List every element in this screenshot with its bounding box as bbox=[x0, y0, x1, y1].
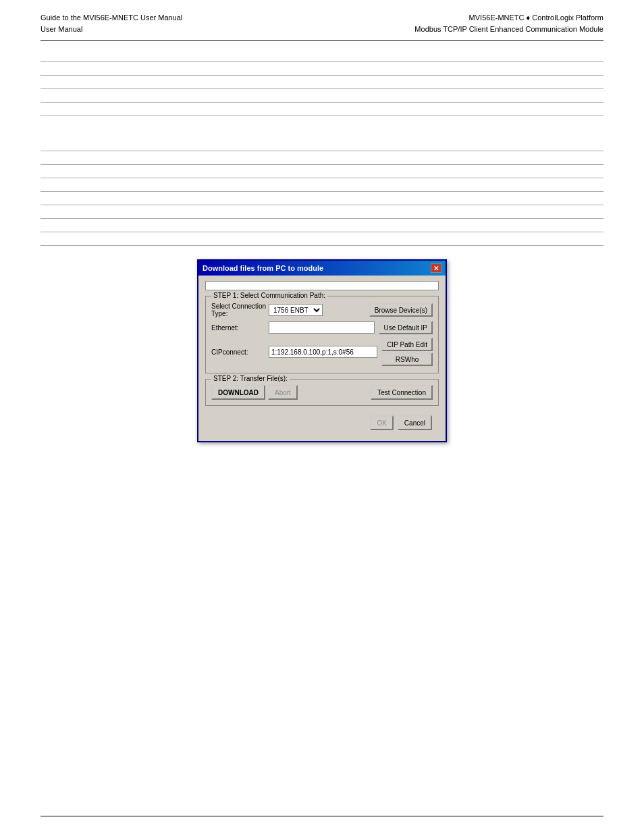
text-line bbox=[41, 155, 603, 165]
text-line bbox=[41, 182, 603, 192]
text-line bbox=[41, 223, 603, 232]
connection-type-select[interactable]: 1756 ENBT bbox=[269, 304, 323, 316]
use-default-ip-button[interactable]: Use Default IP bbox=[379, 321, 433, 334]
text-line bbox=[41, 196, 603, 205]
page-header: Guide to the MVI56E-MNETC User Manual Us… bbox=[0, 0, 644, 40]
text-line bbox=[41, 236, 603, 246]
header-right-line1: MVI56E-MNETC ♦ ControlLogix Platform bbox=[414, 12, 603, 24]
ethernet-row: Ethernet: Use Default IP bbox=[211, 321, 433, 334]
header-left-line2: User Manual bbox=[41, 24, 182, 35]
text-line bbox=[41, 80, 603, 89]
text-block-1 bbox=[41, 53, 603, 116]
step2-legend: STEP 2: Transfer File(s): bbox=[211, 375, 290, 382]
text-block-2 bbox=[41, 142, 603, 246]
step1-legend: STEP 1: Select Communication Path: bbox=[211, 292, 327, 299]
cipconnect-input[interactable] bbox=[269, 346, 377, 358]
test-connection-button[interactable]: Test Connection bbox=[371, 385, 433, 400]
cipconnect-row: CIPconnect: CIP Path Edit RSWho bbox=[211, 338, 433, 366]
rswho-button[interactable]: RSWho bbox=[381, 353, 433, 366]
text-line bbox=[41, 53, 603, 62]
progress-bar bbox=[205, 281, 439, 290]
page-footer bbox=[41, 816, 603, 820]
connection-type-label: Select Connection Type: bbox=[211, 303, 269, 317]
dialog-close-button[interactable]: ✕ bbox=[431, 263, 441, 273]
header-left: Guide to the MVI56E-MNETC User Manual Us… bbox=[41, 12, 182, 34]
header-right: MVI56E-MNETC ♦ ControlLogix Platform Mod… bbox=[414, 12, 603, 34]
dialog-title: Download files from PC to module bbox=[203, 264, 323, 272]
download-dialog: Download files from PC to module ✕ STEP … bbox=[197, 259, 447, 442]
header-left-line1: Guide to the MVI56E-MNETC User Manual bbox=[41, 12, 182, 24]
cancel-button[interactable]: Cancel bbox=[398, 415, 432, 430]
ok-button[interactable]: OK bbox=[370, 415, 393, 430]
download-button[interactable]: DOWNLOAD bbox=[211, 385, 265, 400]
dialog-container: Download files from PC to module ✕ STEP … bbox=[41, 259, 603, 442]
text-line bbox=[41, 209, 603, 219]
text-line bbox=[41, 169, 603, 178]
dialog-body: STEP 1: Select Communication Path: Selec… bbox=[198, 276, 446, 441]
ethernet-label: Ethernet: bbox=[211, 324, 269, 332]
ethernet-input[interactable] bbox=[269, 321, 375, 334]
header-right-line2: Modbus TCP/IP Client Enhanced Communicat… bbox=[414, 24, 603, 35]
dialog-footer: OK Cancel bbox=[205, 411, 439, 436]
content-area: Download files from PC to module ✕ STEP … bbox=[0, 41, 644, 442]
text-line bbox=[41, 66, 603, 76]
text-line bbox=[41, 93, 603, 103]
step2-group: STEP 2: Transfer File(s): DOWNLOAD Abort… bbox=[205, 379, 439, 406]
connection-type-select-wrapper: 1756 ENBT bbox=[269, 304, 365, 316]
abort-button[interactable]: Abort bbox=[268, 385, 298, 400]
connection-type-row: Select Connection Type: 1756 ENBT Browse… bbox=[211, 303, 433, 317]
text-line bbox=[41, 107, 603, 116]
section-gap bbox=[41, 127, 603, 142]
text-line bbox=[41, 142, 603, 151]
cipconnect-label: CIPconnect: bbox=[211, 348, 269, 356]
cip-path-edit-button[interactable]: CIP Path Edit bbox=[381, 338, 433, 351]
step1-group: STEP 1: Select Communication Path: Selec… bbox=[205, 296, 439, 373]
dialog-titlebar: Download files from PC to module ✕ bbox=[198, 261, 446, 276]
step2-buttons-row: DOWNLOAD Abort Test Connection bbox=[211, 385, 433, 400]
browse-devices-button[interactable]: Browse Device(s) bbox=[369, 303, 433, 317]
